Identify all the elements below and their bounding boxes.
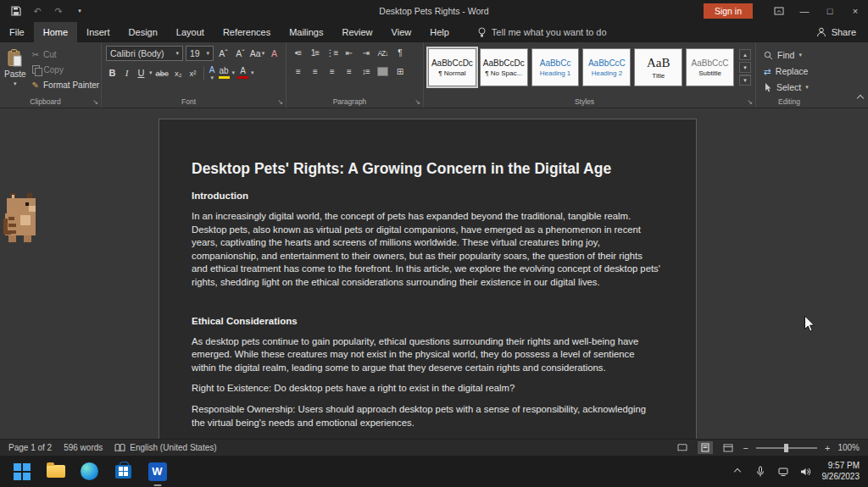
line-spacing-button[interactable]: ↕≡ bbox=[359, 64, 373, 79]
tab-file[interactable]: File bbox=[0, 22, 34, 42]
find-button[interactable]: Find ▾ bbox=[764, 48, 815, 62]
paste-dropdown-icon[interactable]: ▾ bbox=[14, 80, 17, 87]
replace-button[interactable]: ⇄ Replace bbox=[764, 64, 815, 78]
shrink-font-button[interactable]: Aˇ bbox=[233, 47, 248, 61]
change-case-button[interactable]: Aa▾ bbox=[250, 47, 264, 61]
tab-design[interactable]: Design bbox=[120, 22, 167, 42]
document-page[interactable]: Desktop Pets' Rights: A Growing Concern … bbox=[159, 119, 697, 439]
style-no-spacing[interactable]: AaBbCcDc ¶ No Spac... bbox=[480, 48, 528, 86]
highlight-color-button[interactable]: ab bbox=[218, 67, 231, 79]
multilevel-list-button[interactable]: ⋮≡ bbox=[325, 46, 339, 60]
tab-insert[interactable]: Insert bbox=[77, 22, 120, 42]
zoom-slider[interactable] bbox=[756, 447, 817, 449]
strikethrough-button[interactable]: abc bbox=[154, 65, 170, 80]
format-painter-button[interactable]: ✎ Format Painter bbox=[30, 78, 103, 91]
font-name-select[interactable]: Calibri (Body) ▾ bbox=[106, 46, 183, 61]
align-left-button[interactable]: ≡ bbox=[291, 64, 305, 79]
underline-dropdown-icon[interactable]: ▾ bbox=[149, 69, 153, 76]
redo-icon[interactable]: ↷ bbox=[53, 5, 64, 17]
microsoft-store-button[interactable] bbox=[112, 460, 135, 483]
zoom-level[interactable]: 100% bbox=[837, 443, 860, 452]
align-right-button[interactable]: ≡ bbox=[325, 64, 339, 79]
microphone-icon[interactable] bbox=[754, 465, 767, 479]
font-color-dropdown-icon[interactable]: ▾ bbox=[251, 69, 254, 76]
tell-me-box[interactable]: Tell me what you want to do bbox=[477, 22, 607, 42]
paragraph-dialog-launcher-icon[interactable]: ↘ bbox=[415, 98, 420, 106]
network-icon[interactable] bbox=[776, 465, 790, 479]
styles-scroll-down-icon[interactable]: ▾ bbox=[739, 62, 751, 73]
restore-button[interactable]: □ bbox=[817, 0, 843, 22]
increase-indent-button[interactable]: ⇥ bbox=[359, 46, 373, 60]
underline-button[interactable]: U bbox=[135, 65, 147, 80]
hidden-icons-chevron-icon[interactable] bbox=[731, 465, 744, 479]
justify-button[interactable]: ≡ bbox=[342, 64, 356, 79]
print-layout-button[interactable] bbox=[698, 441, 713, 454]
start-button[interactable] bbox=[10, 460, 33, 483]
document-canvas[interactable]: Desktop Pets' Rights: A Growing Concern … bbox=[0, 108, 868, 439]
tab-review[interactable]: Review bbox=[333, 22, 382, 42]
select-button[interactable]: Select ▾ bbox=[764, 80, 815, 94]
tab-home[interactable]: Home bbox=[34, 22, 77, 42]
close-button[interactable]: × bbox=[843, 0, 868, 22]
highlight-dropdown-icon[interactable]: ▾ bbox=[232, 69, 236, 76]
web-layout-button[interactable] bbox=[721, 441, 736, 454]
cut-button[interactable]: ✂ Cut bbox=[30, 47, 103, 61]
styles-dialog-launcher-icon[interactable]: ↘ bbox=[747, 98, 753, 106]
text-effects-button[interactable]: A ▾ bbox=[209, 66, 216, 80]
sort-button[interactable]: AZ↓ bbox=[376, 46, 390, 60]
superscript-button[interactable]: x² bbox=[186, 65, 199, 80]
shading-button[interactable] bbox=[376, 64, 390, 79]
zoom-out-button[interactable]: − bbox=[743, 443, 748, 453]
sign-in-button[interactable]: Sign in bbox=[704, 3, 753, 19]
font-dialog-launcher-icon[interactable]: ↘ bbox=[277, 98, 283, 106]
word-count[interactable]: 596 words bbox=[64, 443, 103, 452]
undo-icon[interactable]: ↶ bbox=[31, 5, 43, 17]
word-taskbar-button[interactable]: W bbox=[146, 460, 169, 483]
numbering-button[interactable]: 1≡ bbox=[308, 46, 322, 60]
paste-button[interactable]: Paste ▾ bbox=[4, 46, 26, 91]
bold-button[interactable]: B bbox=[106, 65, 119, 80]
read-mode-button[interactable] bbox=[675, 441, 690, 454]
zoom-slider-handle[interactable] bbox=[784, 444, 788, 452]
font-size-select[interactable]: 19 ▾ bbox=[186, 46, 214, 61]
file-explorer-button[interactable] bbox=[44, 460, 67, 483]
tab-layout[interactable]: Layout bbox=[167, 22, 214, 42]
borders-button[interactable]: ⊞ bbox=[392, 64, 407, 79]
style-normal[interactable]: AaBbCcDc ¶ Normal bbox=[428, 48, 476, 86]
copy-button[interactable]: Copy bbox=[30, 63, 103, 76]
style-heading-2[interactable]: AaBbCcC Heading 2 bbox=[582, 48, 631, 86]
proofing-status[interactable]: English (United States) bbox=[114, 443, 216, 452]
ribbon-display-options-icon[interactable] bbox=[766, 0, 792, 22]
tab-references[interactable]: References bbox=[214, 22, 280, 42]
show-hide-marks-button[interactable]: ¶ bbox=[392, 46, 407, 60]
style-heading-1[interactable]: AaBbCc Heading 1 bbox=[531, 48, 580, 86]
styles-scroll-up-icon[interactable]: ▴ bbox=[739, 49, 751, 60]
page-indicator[interactable]: Page 1 of 2 bbox=[8, 443, 52, 452]
clear-formatting-button[interactable]: A bbox=[267, 47, 281, 61]
decrease-indent-button[interactable]: ⇤ bbox=[342, 46, 356, 60]
zoom-in-button[interactable]: + bbox=[825, 443, 830, 453]
style-subtitle[interactable]: AaBbCcC Subtitle bbox=[686, 48, 734, 86]
tab-view[interactable]: View bbox=[382, 22, 421, 42]
styles-more-icon[interactable]: ▾ bbox=[739, 75, 751, 86]
desktop-pet-cat[interactable] bbox=[3, 193, 41, 244]
tab-mailings[interactable]: Mailings bbox=[280, 22, 332, 42]
volume-icon[interactable] bbox=[799, 465, 813, 479]
save-icon[interactable] bbox=[10, 5, 22, 17]
align-center-button[interactable]: ≡ bbox=[308, 64, 322, 79]
style-title[interactable]: AaB Title bbox=[634, 48, 682, 86]
subscript-button[interactable]: x₂ bbox=[172, 65, 185, 80]
taskbar-clock[interactable]: 9:57 PM 9/26/2023 bbox=[822, 461, 860, 482]
collapse-ribbon-icon[interactable] bbox=[858, 89, 863, 104]
bullets-button[interactable]: •≡ bbox=[291, 46, 305, 60]
share-button[interactable]: Share bbox=[804, 22, 868, 42]
tab-help[interactable]: Help bbox=[420, 22, 459, 42]
customize-qat-icon[interactable]: ▾ bbox=[74, 5, 86, 17]
grow-font-button[interactable]: Aˆ bbox=[216, 47, 231, 61]
italic-button[interactable]: I bbox=[120, 65, 133, 80]
edge-browser-button[interactable] bbox=[78, 460, 101, 483]
style-name: ¶ Normal bbox=[438, 69, 465, 77]
minimize-button[interactable]: — bbox=[792, 0, 817, 22]
clipboard-dialog-launcher-icon[interactable]: ↘ bbox=[92, 98, 98, 106]
font-color-button[interactable]: A bbox=[236, 67, 249, 79]
